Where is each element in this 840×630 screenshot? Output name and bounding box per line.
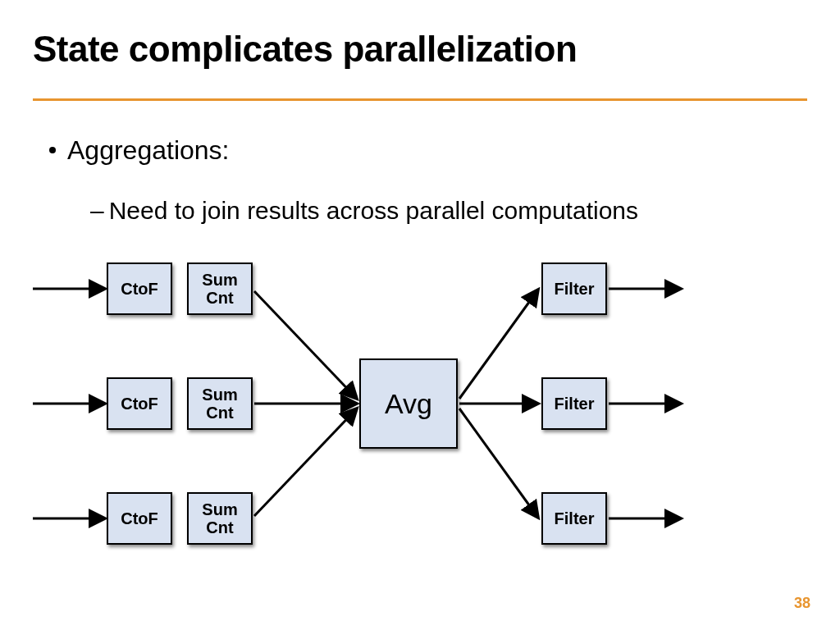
- bullet-level2: – Need to join results across parallel c…: [90, 197, 638, 225]
- title-rule: [33, 98, 807, 101]
- page-number: 38: [794, 595, 810, 612]
- node-filter-2: Filter: [541, 492, 607, 545]
- svg-line-6: [459, 290, 538, 399]
- bullet-dot-icon: [49, 147, 56, 153]
- bullet-level1: Aggregations:: [49, 135, 229, 166]
- node-sumcnt-0: Sum Cnt: [187, 262, 253, 315]
- node-ctof-0: CtoF: [107, 262, 172, 315]
- bullet-dash-icon: –: [90, 197, 104, 225]
- bullet-text-1: Aggregations:: [67, 135, 229, 166]
- node-ctof-1: CtoF: [107, 377, 172, 430]
- svg-line-5: [254, 409, 357, 516]
- slide-title: State complicates parallelization: [33, 29, 577, 70]
- node-avg: Avg: [359, 358, 458, 449]
- node-filter-1: Filter: [541, 377, 607, 430]
- diagram: CtoF Sum Cnt Filter CtoF Sum Cnt Filter …: [33, 246, 807, 574]
- slide: State complicates parallelization Aggreg…: [0, 0, 840, 630]
- svg-line-3: [254, 291, 357, 399]
- bullet-text-2: Need to join results across parallel com…: [109, 197, 638, 225]
- node-sumcnt-1: Sum Cnt: [187, 377, 253, 430]
- node-filter-0: Filter: [541, 262, 607, 315]
- svg-line-8: [459, 409, 538, 518]
- node-ctof-2: CtoF: [107, 492, 172, 545]
- node-sumcnt-2: Sum Cnt: [187, 492, 253, 545]
